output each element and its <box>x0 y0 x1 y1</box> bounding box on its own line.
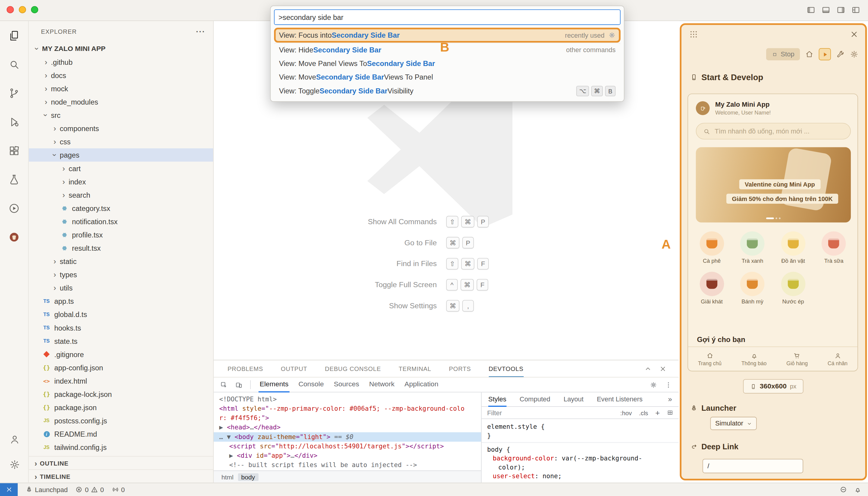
devtools-menu-button[interactable] <box>665 381 672 388</box>
panel-tab-devtools[interactable]: DEVTOOLS <box>489 360 524 377</box>
tree-file-state-ts[interactable]: TSstate.ts <box>29 334 213 347</box>
layout-sidebar-right-button[interactable] <box>836 5 845 14</box>
devtools-settings-button[interactable] <box>650 381 657 388</box>
tree-folder-src[interactable]: ›src <box>29 108 213 122</box>
breadcrumb-html[interactable]: html <box>221 474 234 480</box>
styles-tab-computed[interactable]: Computed <box>520 392 551 406</box>
minimize-window-button[interactable] <box>19 6 26 13</box>
activity-accounts[interactable] <box>0 426 29 451</box>
styles-tab-layout[interactable]: Layout <box>563 392 584 406</box>
category-tr-xanh[interactable]: Trà xanh <box>732 231 773 264</box>
tree-file-category-tsx[interactable]: category.tsx <box>29 202 213 215</box>
tree-file-postcss-config-js[interactable]: JSpostcss.config.js <box>29 414 213 427</box>
tree-file-global-d-ts[interactable]: TSglobal.d.ts <box>29 308 213 321</box>
problems-status-item[interactable]: 0 0 <box>76 486 104 494</box>
devtools-tab-application[interactable]: Application <box>403 377 439 392</box>
dom-line[interactable]: <script src="http://localhost:54901/targ… <box>214 442 481 451</box>
devtools-tab-network[interactable]: Network <box>368 377 396 392</box>
category-n-v-t[interactable]: Đồ ăn vặt <box>773 231 813 264</box>
category-gi-i-kh-t[interactable]: Giải khát <box>692 272 732 304</box>
styles-toggle-[interactable]: + <box>655 408 660 417</box>
tree-folder-my-zalo-mini-app[interactable]: ›MY ZALO MINI APP <box>29 42 213 56</box>
tree-file-hooks-ts[interactable]: TShooks.ts <box>29 321 213 334</box>
tree-folder-index[interactable]: ›index <box>29 175 213 188</box>
drag-grid-icon[interactable] <box>689 30 698 38</box>
nav-c-nh-n[interactable]: Cá nhân <box>827 352 848 366</box>
tree-file-index-html[interactable]: <>index.html <box>29 374 213 388</box>
category-tr-s-a[interactable]: Trà sữa <box>813 231 854 264</box>
nav-trang-ch[interactable]: Trang chủ <box>698 352 722 366</box>
panel-tab-ports[interactable]: PORTS <box>449 360 471 377</box>
tree-folder-pages[interactable]: ›pages <box>29 148 213 161</box>
home-button[interactable] <box>805 50 814 59</box>
activity-settings[interactable] <box>0 452 29 477</box>
mini-app-search-input[interactable]: Tìm nhanh đồ uống, món mới ... <box>696 123 851 140</box>
styles-tab-event-listeners[interactable]: Event Listeners <box>597 392 642 406</box>
nav-th-ng-b-o[interactable]: Thông báo <box>741 352 766 366</box>
panel-tab-terminal[interactable]: TERMINAL <box>399 360 431 377</box>
nav-gi-h-ng[interactable]: Giỏ hàng <box>786 352 808 366</box>
settings-button[interactable] <box>850 50 858 59</box>
tree-folder-utils[interactable]: ›utils <box>29 281 213 294</box>
remote-indicator[interactable] <box>0 483 18 496</box>
dom-line[interactable]: r: #f4f5f6;"> <box>214 414 481 423</box>
tree-file-readme-md[interactable]: iREADME.md <box>29 427 213 440</box>
activity-zalo-mini-app[interactable] <box>0 222 28 251</box>
devtools-tab-sources[interactable]: Sources <box>333 377 360 392</box>
activity-extensions[interactable] <box>0 136 28 165</box>
panel-tab-output[interactable]: OUTPUT <box>281 360 307 377</box>
device-toolbar-button[interactable] <box>235 381 243 388</box>
tools-button[interactable] <box>836 50 844 59</box>
css-line[interactable]: } <box>487 431 673 440</box>
activity-testing[interactable] <box>0 165 28 194</box>
command-item-2[interactable]: View: Move Panel Views To Secondary Side… <box>274 56 621 70</box>
command-item-3[interactable]: View: Move Secondary Side Bar Views To P… <box>274 70 621 84</box>
stop-button[interactable]: Stop <box>766 48 800 60</box>
tree-file-app-config-json[interactable]: {}app-config.json <box>29 361 213 374</box>
panel-tab-debug-console[interactable]: DEBUG CONSOLE <box>325 360 381 377</box>
layout-panel-button[interactable] <box>822 5 830 14</box>
styles-tab-styles[interactable]: Styles <box>488 392 506 406</box>
tree-file-package-lock-json[interactable]: {}package-lock.json <box>29 388 213 401</box>
panel-tab-problems[interactable]: PROBLEMS <box>228 360 263 377</box>
css-line[interactable]: background-color: var(--zmp-background- <box>487 454 673 463</box>
activity-run-debug[interactable] <box>0 107 28 136</box>
command-item-4[interactable]: View: Toggle Secondary Side Bar Visibili… <box>274 84 621 98</box>
dom-line[interactable]: ▶ <head>…</head> <box>214 423 481 432</box>
activity-search[interactable] <box>0 50 28 79</box>
inspect-element-button[interactable] <box>220 381 228 388</box>
devtools-tab-console[interactable]: Console <box>297 377 325 392</box>
launcher-select[interactable]: Simulator <box>710 417 757 430</box>
dom-line[interactable]: <!-- built script files will be auto inj… <box>214 461 481 470</box>
tree-file-result-tsx[interactable]: result.tsx <box>29 242 213 254</box>
command-item-0[interactable]: View: Focus into Secondary Side Barrecen… <box>274 28 621 43</box>
tree-file-notification-tsx[interactable]: notification.tsx <box>29 215 213 228</box>
promo-banner[interactable]: Valentine cùng Mini App Giảm 50% cho đơn… <box>696 148 851 223</box>
close-panel-icon[interactable] <box>850 30 858 38</box>
more-actions-icon[interactable]: ··· <box>196 27 205 36</box>
notifications-bell-icon[interactable] <box>854 486 862 493</box>
tree-file-profile-tsx[interactable]: profile.tsx <box>29 228 213 242</box>
zoom-window-button[interactable] <box>31 6 38 13</box>
command-input[interactable] <box>274 9 621 25</box>
tree-folder-cart[interactable]: ›cart <box>29 161 213 175</box>
close-panel-button[interactable] <box>660 365 667 372</box>
tree-folder-docs[interactable]: ›docs <box>29 69 213 82</box>
section-timeline[interactable]: ›TIMELINE <box>29 469 213 483</box>
tree-file-package-json[interactable]: {}package.json <box>29 401 213 414</box>
dom-line[interactable]: … ▼ <body zaui-theme="light"> == $0 <box>214 432 481 441</box>
tree-folder-types[interactable]: ›types <box>29 268 213 281</box>
tree-file-gitignore[interactable]: .gitignore <box>29 347 213 361</box>
styles-toggle-hov[interactable]: :hov <box>620 409 632 416</box>
layout-sidebar-left-button[interactable] <box>807 5 815 14</box>
tree-folder-components[interactable]: ›components <box>29 122 213 135</box>
tree-folder-node-modules[interactable]: ›node_modules <box>29 95 213 108</box>
dom-line[interactable]: ▶ <div id="app">…</div> <box>214 451 481 461</box>
dom-line[interactable]: <html style="--zmp-primary-color: #006af… <box>214 404 481 414</box>
activity-explorer[interactable] <box>0 21 28 50</box>
layout-customize-button[interactable] <box>851 5 860 14</box>
activity-source-control[interactable] <box>0 79 28 108</box>
maximize-panel-button[interactable] <box>645 365 652 372</box>
tree-folder-github[interactable]: ›.github <box>29 56 213 69</box>
layout-panes-button[interactable] <box>667 409 673 416</box>
